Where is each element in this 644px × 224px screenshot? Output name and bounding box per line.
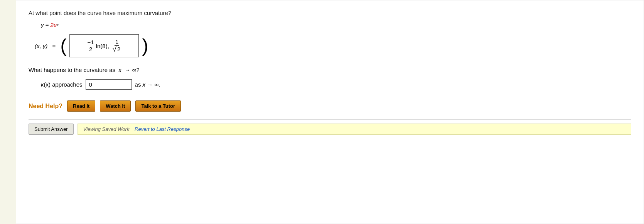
xy-label: (x, y)	[35, 43, 47, 49]
kappa-input[interactable]	[86, 79, 132, 90]
answer-section: (x, y) = ( −1 2 ln(8), 1	[35, 34, 631, 57]
eq-sign: =	[51, 43, 57, 49]
bottom-bar: Submit Answer Viewing Saved Work Revert …	[29, 119, 631, 135]
talk-to-tutor-button[interactable]: Talk to a Tutor	[135, 100, 181, 112]
answer-math: −1 2 ln(8), 1 √2	[87, 39, 122, 53]
ln-expr: ln(8),	[96, 43, 111, 49]
open-paren: (	[60, 37, 66, 55]
sqrt-expr: √2	[113, 46, 121, 53]
what-happens-text: What happens to the curvature as	[29, 67, 118, 73]
kappa-label: κ(x) approaches	[41, 81, 83, 88]
revert-link[interactable]: Revert to Last Response	[135, 126, 190, 132]
submit-answer-button[interactable]: Submit Answer	[29, 124, 74, 135]
question-text: At what point does the curve have maximu…	[29, 10, 631, 16]
equals-sign: =	[44, 22, 51, 28]
need-help-label: Need Help?	[29, 103, 62, 110]
sqrt-radicand: 2	[116, 46, 121, 53]
xy-line: (x, y) = ( −1 2 ln(8), 1	[35, 34, 631, 57]
read-it-button[interactable]: Read It	[67, 100, 95, 112]
curve-equation: y = 2ex	[41, 22, 631, 28]
watch-it-button[interactable]: Watch It	[100, 100, 131, 112]
y-label: y	[41, 22, 44, 28]
what-happens-section: What happens to the curvature as x → ∞?	[29, 67, 631, 73]
viewing-saved-text: Viewing Saved Work	[83, 126, 130, 132]
sqrt-symbol: √	[113, 46, 116, 53]
question-label: At what point does the curve have maximu…	[29, 10, 171, 16]
close-paren: )	[142, 37, 148, 55]
coefficient: 2e	[51, 22, 57, 28]
kappa-line: κ(x) approaches as x → ∞.	[41, 79, 631, 90]
main-content: At what point does the curve have maximu…	[16, 0, 644, 224]
exponent: x	[57, 23, 59, 27]
page-container: At what point does the curve have maximu…	[0, 0, 644, 224]
x-arrow-inf: x	[118, 67, 121, 73]
as-x-label: as x → ∞.	[135, 81, 160, 88]
need-help-section: Need Help? Read It Watch It Talk to a Tu…	[29, 100, 631, 112]
arrow-inf-sym: → ∞?	[123, 67, 139, 73]
viewing-saved-area: Viewing Saved Work Revert to Last Respon…	[78, 124, 631, 135]
left-sidebar	[0, 0, 16, 224]
fraction-1-sqrt2: 1 √2	[112, 39, 122, 53]
answer-box: −1 2 ln(8), 1 √2	[69, 34, 139, 57]
fraction-neg-half: −1 2	[87, 39, 95, 52]
